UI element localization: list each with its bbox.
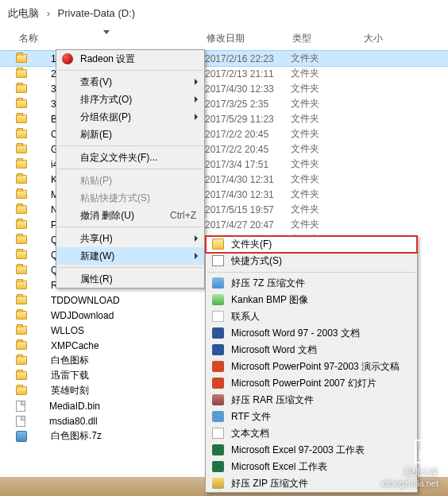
- file-name: TDDOWNLOAD: [32, 295, 205, 306]
- file-name: WDJDownload: [32, 310, 205, 321]
- file-type: 文件夹: [291, 172, 362, 186]
- submenu-item[interactable]: Microsoft Word 文档: [206, 342, 417, 358]
- menu-sep: [58, 169, 203, 169]
- folder-icon: [16, 145, 27, 153]
- menu-properties[interactable]: 属性(R): [56, 270, 204, 288]
- menu-view[interactable]: 查看(V): [56, 73, 204, 91]
- file-date: 2017/3/4 17:51: [205, 159, 291, 170]
- chevron-right-icon: [195, 79, 198, 85]
- chevron-right-icon: [195, 114, 198, 120]
- menu-customize[interactable]: 自定义文件夹(F)...: [56, 149, 204, 166]
- submenu-item[interactable]: 快捷方式(S): [206, 253, 417, 269]
- file-type: 文件夹: [291, 52, 362, 65]
- breadcrumb-current[interactable]: Private-Data (D:): [58, 7, 136, 19]
- file-date: 2017/2/13 21:11: [205, 68, 291, 79]
- menu-group[interactable]: 分组依据(P): [56, 108, 204, 126]
- filetype-icon: [212, 411, 224, 422]
- radeon-icon: [62, 53, 73, 64]
- folder-icon: [16, 311, 27, 320]
- filetype-icon: [212, 327, 224, 339]
- file-name: XMPCache: [32, 340, 205, 351]
- submenu-label: 好压 RAR 压缩文件: [231, 393, 314, 407]
- sort-indicator-icon: [103, 30, 110, 34]
- file-type: 文件夹: [291, 157, 362, 171]
- filetype-icon: [212, 444, 224, 455]
- breadcrumb[interactable]: 此电脑 › Private-Data (D:): [0, 0, 448, 27]
- menu-new[interactable]: 新建(W): [56, 247, 204, 265]
- menu-sep: [58, 267, 203, 268]
- filetype-icon: [212, 238, 224, 250]
- menu-refresh[interactable]: 刷新(E): [56, 126, 204, 143]
- col-date[interactable]: 修改日期: [207, 32, 292, 45]
- file-date: 2017/5/15 19:57: [205, 204, 291, 215]
- column-headers: 名称 修改日期 类型 大小: [0, 27, 448, 51]
- file-name: 白色图标: [32, 354, 205, 367]
- file-icon: [16, 401, 25, 412]
- folder-icon: [16, 386, 27, 395]
- file-type: 文件夹: [291, 127, 362, 141]
- breadcrumb-root[interactable]: 此电脑: [8, 7, 39, 19]
- logo-icon: [415, 440, 438, 463]
- submenu-item[interactable]: 好压 7Z 压缩文件: [206, 275, 417, 292]
- submenu-label: 文本文档: [231, 427, 269, 440]
- folder-icon: [16, 281, 27, 289]
- shortcut-label: Ctrl+Z: [170, 210, 196, 221]
- file-type: 文件夹: [291, 218, 362, 231]
- submenu-item[interactable]: 好压 RAR 压缩文件: [206, 392, 417, 409]
- submenu-item[interactable]: Microsoft PowerPoint 97-2003 演示文稿: [206, 358, 417, 375]
- col-size[interactable]: 大小: [364, 32, 411, 45]
- folder-icon: [16, 130, 27, 138]
- file-type: 文件夹: [291, 142, 362, 156]
- file-date: 2017/4/30 12:33: [205, 83, 291, 95]
- folder-icon: [16, 296, 27, 304]
- folder-icon: [16, 326, 27, 335]
- submenu-label: Microsoft Excel 工作表: [231, 460, 327, 474]
- file-name: MediaID.bin: [30, 401, 203, 412]
- submenu-label: Microsoft PowerPoint 2007 幻灯片: [231, 377, 377, 390]
- menu-paste-shortcut: 粘贴快捷方式(S): [56, 189, 204, 207]
- col-type[interactable]: 类型: [292, 32, 364, 45]
- folder-icon: [16, 205, 27, 214]
- chevron-right-icon: [195, 235, 198, 242]
- filetype-icon: [212, 255, 224, 266]
- menu-undo[interactable]: 撤消 删除(U)Ctrl+Z: [56, 207, 204, 224]
- file-type: 文件夹: [291, 97, 362, 110]
- folder-icon: [16, 190, 27, 199]
- filetype-icon: [212, 378, 224, 389]
- submenu-item[interactable]: Microsoft PowerPoint 2007 幻灯片: [206, 375, 417, 392]
- submenu-item[interactable]: Kankan BMP 图像: [206, 292, 417, 308]
- file-date: 2017/2/16 22:23: [205, 53, 291, 64]
- submenu-label: Microsoft PowerPoint 97-2003 演示文稿: [231, 360, 400, 374]
- file-icon: [16, 416, 25, 427]
- submenu-label: Microsoft Word 97 - 2003 文档: [231, 327, 360, 340]
- folder-icon: [16, 84, 27, 93]
- file-name: 英雄时刻: [32, 384, 205, 397]
- filetype-icon: [212, 311, 224, 322]
- filetype-icon: [212, 344, 224, 355]
- submenu-label: Microsoft Excel 97-2003 工作表: [231, 444, 365, 457]
- file-name: 迅雷下载: [32, 369, 205, 382]
- file-type: 文件夹: [291, 203, 362, 216]
- logo-watermark: 系统之家 xitongzhijia.net: [380, 440, 438, 488]
- submenu-item[interactable]: Microsoft Word 97 - 2003 文档: [206, 325, 417, 342]
- submenu-label: 联系人: [231, 310, 260, 324]
- file-date: 2017/4/30 12:31: [205, 174, 291, 185]
- menu-paste: 粘贴(P): [56, 172, 204, 189]
- file-name: msdia80.dll: [30, 416, 203, 427]
- menu-sort[interactable]: 排序方式(O): [56, 91, 204, 108]
- menu-sep: [58, 145, 203, 146]
- file-date: 2017/3/25 2:35: [205, 99, 291, 110]
- folder-icon: [16, 114, 27, 123]
- context-menu[interactable]: Radeon 设置 查看(V) 排序方式(O) 分组依据(P) 刷新(E) 自定…: [56, 49, 205, 289]
- filetype-icon: [212, 478, 224, 489]
- file-type: 文件夹: [291, 112, 362, 126]
- file-type: 文件夹: [291, 67, 362, 80]
- menu-sep: [58, 70, 203, 71]
- menu-share[interactable]: 共享(H): [56, 230, 204, 247]
- submenu-item[interactable]: 联系人: [206, 308, 417, 325]
- submenu-item[interactable]: 文件夹(F): [206, 236, 417, 253]
- file-date: 2017/5/29 11:23: [205, 114, 291, 125]
- filetype-icon: [212, 461, 224, 472]
- submenu-item[interactable]: RTF 文件: [206, 409, 417, 425]
- menu-radeon[interactable]: Radeon 设置: [56, 50, 204, 68]
